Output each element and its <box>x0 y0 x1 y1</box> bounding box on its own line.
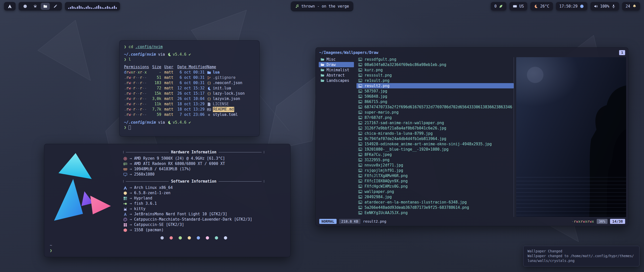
hardware-section-title: Hardware Information <box>123 150 264 154</box>
file-item[interactable]: result2.png <box>356 83 514 88</box>
arrow-icon: → <box>130 206 132 212</box>
sidebar-item-minimalist[interactable]: Minimalist <box>319 67 354 73</box>
sidebar-item-draw[interactable]: Draw <box>319 62 354 67</box>
audio-module[interactable]: 100% <box>590 2 619 11</box>
visualizer-bar <box>88 6 89 9</box>
fetch-info: Hardware Information →AMD Ryzen 9 5900X … <box>123 149 264 240</box>
braces-icon: {} <box>207 92 211 96</box>
workspace-button-2[interactable] <box>31 3 40 10</box>
file-item[interactable]: 87r687df.png <box>356 115 514 120</box>
file-list: ressdfgult.png08a634fa02a32364f69ebc86a9… <box>354 57 514 217</box>
file-item[interactable]: 3126f7e9bbf21a8a4af0b67b041c6e26.jpg <box>356 125 514 131</box>
image-icon <box>358 105 362 109</box>
sidebar-item-abstract[interactable]: Abstract <box>319 73 354 78</box>
notification-toast[interactable]: Wallpaper Changed Wallpaper changed to /… <box>523 246 639 266</box>
file-item-name: 866715.png <box>365 99 387 104</box>
fetch-info-line: →Hyprland <box>123 196 264 201</box>
cwd-label: ~/.config/nvim <box>124 120 156 125</box>
file-item[interactable]: 08a634fa02a32364f69ebc86a98eb1eb.png <box>356 62 514 67</box>
workspace-button-4[interactable] <box>51 3 60 10</box>
launcher-button[interactable] <box>4 2 16 11</box>
fish-icon <box>123 202 127 206</box>
fetch-info-line: →1558 (pacman) <box>123 227 264 233</box>
arrow-icon: → <box>130 227 132 233</box>
image-icon <box>358 168 362 173</box>
file-item[interactable]: chica-mirando-la-luna-8799.jpg <box>356 131 514 136</box>
weather-module[interactable]: 26°C <box>530 2 553 11</box>
visualizer-bar <box>116 7 117 9</box>
cwd-tilde: ~ <box>50 243 52 248</box>
palette-dot <box>179 236 182 240</box>
file-item-name: chica-mirando-la-luna-8799.jpg <box>365 131 433 136</box>
file-item[interactable]: ressdfgult.png <box>356 57 514 62</box>
arrow-icon: → <box>130 217 132 222</box>
workspace-button-3[interactable] <box>41 3 50 10</box>
listing-header: PermissionsSizeUserDate ModifiedName <box>124 64 255 70</box>
folder-open-icon <box>320 79 325 83</box>
arrow-icon: → <box>130 212 132 217</box>
active-prompt[interactable]: ❯ <box>50 248 284 253</box>
file-item[interactable]: 19201080-__blue-tinge__-1920×1080.jpg <box>356 147 514 152</box>
prompt-symbol: ❯ <box>124 57 126 62</box>
tab-badge[interactable]: 1 <box>619 50 625 55</box>
music-widget[interactable]: thrown - on the verge <box>292 2 353 11</box>
file-item[interactable]: 68747470733a2f2f696d616765732d7769786d70… <box>356 104 514 110</box>
file-item[interactable]: 154928-odinokoe_anime-art-anime-okno-sin… <box>356 141 514 147</box>
file-item[interactable]: kurz.png <box>356 67 514 73</box>
file-item-name: 154928-odinokoe_anime-art-anime-okno-sin… <box>365 142 492 146</box>
file-item[interactable]: 866715.png <box>356 99 514 104</box>
music-note-icon <box>295 4 299 8</box>
sidebar-item-misc[interactable]: Misc <box>319 57 354 62</box>
keyboard-layout-module[interactable]: US <box>509 2 527 11</box>
palette-dot <box>160 236 164 240</box>
notifications-module[interactable]: 24 <box>622 2 640 11</box>
sidebar-item-landscapes[interactable]: Landscapes <box>319 78 354 83</box>
file-item-name: 587597.jpg <box>365 89 387 93</box>
audio-visualizer[interactable] <box>65 2 120 11</box>
file-name: lazy-lock.json <box>213 91 245 96</box>
file-listing: drwxr-xr-x-matt 6 oct 00:31lua.rw-r--r--… <box>124 70 255 117</box>
workspace-button-1[interactable] <box>21 3 30 10</box>
file-item[interactable]: re1sult.png <box>356 78 514 83</box>
file-item[interactable]: FXfcHgcWIAMzs0G.png <box>356 184 514 189</box>
active-prompt[interactable]: ❯ <box>124 125 255 130</box>
sidebar-item-label: Abstract <box>327 73 345 78</box>
file-item[interactable]: super-mario.png <box>356 110 514 115</box>
file-item-name: resssult.png <box>365 73 392 78</box>
command-text: cd <box>129 44 133 49</box>
file-item[interactable]: resssult.png <box>356 73 514 78</box>
file-item[interactable]: atardecer-en-la-montanas-ilustracion-634… <box>356 199 514 205</box>
fetch-info-text: JetBrainsMono Nerd Font Light 10 [GTK2/3… <box>134 212 227 217</box>
image-icon <box>358 211 362 215</box>
file-item[interactable]: FXfcJlTXgAMvH6R.png <box>356 173 514 178</box>
file-item[interactable]: 3122955.png <box>356 157 514 162</box>
file-item[interactable]: 5a266e448add93deab367d87173e9f25-6837886… <box>356 205 514 210</box>
visualizer-bar <box>68 8 69 9</box>
file-item[interactable]: 217167-sad-anime-rain-wallpaper.png <box>356 120 514 125</box>
file-item[interactable]: rsjqojlmjhf91.jpg <box>356 168 514 173</box>
updates-module[interactable]: 0 <box>491 2 506 11</box>
notification-count: 24 <box>626 4 630 9</box>
file-item-name: 08a634fa02a32364f69ebc86a98eb1eb.png <box>365 62 446 67</box>
file-item[interactable]: 20492984.jpg <box>356 194 514 199</box>
arrow-icon: → <box>130 161 132 166</box>
arrow-icon: → <box>130 222 132 227</box>
image-icon <box>358 158 362 162</box>
fetch-main: Hardware Information →AMD Ryzen 9 5900X … <box>49 149 284 240</box>
image-icon <box>358 84 362 88</box>
paw-icon <box>33 4 37 8</box>
file-item[interactable]: nnvuv0xj2df71.jpg <box>356 162 514 168</box>
file-item[interactable]: 596848.jpg <box>356 94 514 99</box>
file-item[interactable]: EeNKYgIUcAAJ5JX.png <box>356 210 514 215</box>
selected-file-name: result2.png <box>363 219 386 223</box>
palette-dot <box>215 236 218 240</box>
file-item[interactable]: FXfcII0X0AQyn9X.png <box>356 178 514 184</box>
clock-module[interactable]: 17:50:29 <box>556 2 587 11</box>
arrow-icon: → <box>130 156 132 161</box>
sidebar-item-label: Landscapes <box>327 78 349 83</box>
file-item[interactable]: 587597.jpg <box>356 88 514 94</box>
file-item[interactable]: 8FKa7Cu.jpeg <box>356 152 514 157</box>
kernel-icon <box>123 191 127 195</box>
file-item[interactable]: 0c794faf07de24a4db4d4fb1eb813964.jpg <box>356 136 514 141</box>
file-item[interactable]: wallpaper.png <box>356 189 514 194</box>
